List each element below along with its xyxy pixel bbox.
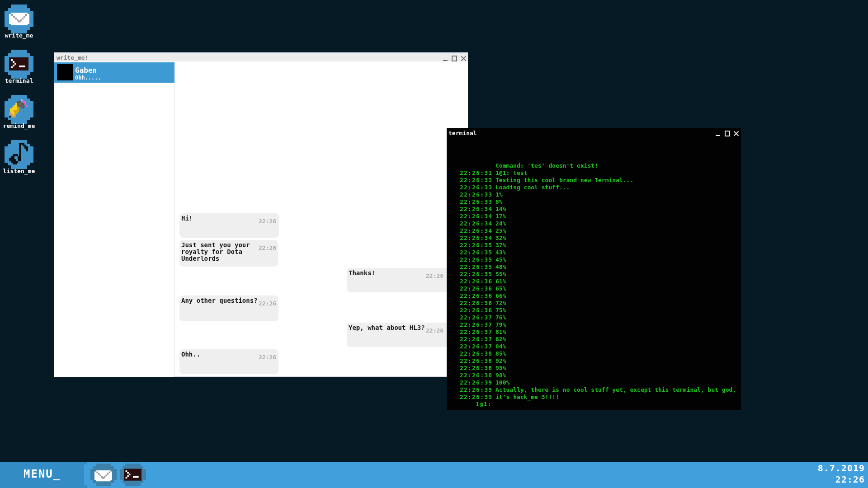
terminal-line-time: 22:26:34 (460, 213, 492, 220)
taskbar-item-terminal[interactable] (120, 464, 146, 486)
terminal-prompt-line[interactable]: 1@1: (460, 401, 737, 408)
terminal-line-text: 55% (495, 271, 506, 278)
terminal-line: 22:26:338% (460, 198, 737, 206)
chat-bubble-incoming: Any other questions?22:26 (179, 296, 278, 321)
terminal-line-text: 98% (495, 372, 506, 379)
terminal-line: 22:26:3414% (460, 206, 737, 213)
menu-button[interactable]: MENU_ (24, 469, 61, 479)
terminal-line: 22:26:3537% (460, 242, 737, 249)
terminal-icon (124, 469, 142, 481)
terminal-line-time: 22:26:34 (460, 220, 492, 227)
terminal-line-text: 76% (495, 314, 506, 321)
envelope-icon (94, 470, 112, 482)
terminal-line-time: 22:26:39 (460, 386, 492, 394)
terminal-line-time: 22:26:36 (460, 285, 492, 292)
terminal-line: 22:26:3666% (460, 292, 737, 300)
music-note-icon (5, 140, 33, 169)
chat-bubble-incoming: Hi!22:26 (179, 213, 279, 238)
terminal-line-time: 22:26:38 (460, 357, 492, 365)
terminal-line-text: 1% (495, 191, 503, 198)
maximize-icon[interactable] (452, 56, 457, 61)
message-time: 22:26 (259, 300, 276, 306)
terminal-line-time: 22:26:38 (460, 365, 492, 372)
terminal-line: 22:26:3885% (460, 350, 737, 357)
terminal-line-time: 22:26:36 (460, 307, 492, 314)
terminal-window-title: terminal (448, 130, 477, 136)
terminal-close-icon[interactable] (734, 131, 739, 136)
chat-bubble-outgoing: Yep, what about HL3?22:26 (347, 323, 461, 347)
terminal-line-time: 22:26:33 (460, 191, 492, 198)
desktop-icon-listen_me[interactable]: listen_me (5, 140, 33, 169)
terminal-line: 22:26:3784% (460, 343, 737, 350)
terminal-line: 22:26:311@1: test (460, 169, 737, 177)
terminal-line-text: Loading cool stuff... (495, 184, 570, 191)
terminal-line: 22:26:3543% (460, 249, 737, 256)
terminal-line: 22:26:3417% (460, 213, 737, 220)
terminal-line-text: 37% (495, 242, 506, 249)
message-time: 22:26 (259, 218, 276, 224)
terminal-line-time: 22:26:36 (460, 300, 492, 307)
terminal-line: 22:26:3782% (460, 336, 737, 343)
message-text: Thanks! (349, 270, 437, 277)
contact-row-gaben[interactable]: Gaben Ohh..... (54, 62, 175, 83)
message-text: Any other questions? (181, 297, 269, 304)
terminal-minimize-icon[interactable] (716, 135, 720, 136)
terminal-line-time: 22:26:33 (460, 177, 492, 184)
chat-titlebar[interactable]: write_me! (54, 52, 468, 61)
terminal-line-text: 100% (495, 379, 509, 386)
terminal-line-time: 22:26:36 (460, 278, 492, 285)
terminal-line: 22:26:3432% (460, 235, 737, 242)
terminal-line: Command: 'tes' doesn't exist! (460, 162, 737, 169)
terminal-line-time: 22:26:39 (460, 394, 492, 401)
terminal-line: 22:26:3555% (460, 271, 737, 278)
message-text: Ohh.. (181, 351, 269, 358)
terminal-line: 22:26:3779% (460, 321, 737, 328)
message-text: Yep, what about HL3? (349, 324, 437, 331)
desktop-icon-terminal[interactable]: terminal (5, 50, 33, 79)
terminal-line-text: 84% (495, 343, 506, 350)
terminal-line-text: 93% (495, 365, 506, 372)
contact-avatar (57, 64, 73, 80)
desktop-icon-remind_me[interactable]: remind_me (5, 95, 33, 124)
terminal-line-text: 81% (495, 328, 506, 336)
terminal-line-time: 22:26:33 (460, 198, 492, 206)
terminal-line-time: 22:26:35 (460, 256, 492, 263)
terminal-line-text: 8% (495, 198, 503, 206)
terminal-line-text: Testing this cool brand new Terminal... (495, 177, 633, 184)
terminal-line-text: Actually, there is no cool stuff yet, ex… (495, 386, 736, 394)
terminal-icon (9, 57, 28, 70)
minimize-icon[interactable] (443, 60, 448, 61)
terminal-maximize-icon[interactable] (725, 131, 730, 136)
envelope-icon (9, 13, 29, 25)
terminal-line-text: 43% (495, 249, 506, 256)
taskbar-time: 22:26 (818, 474, 865, 485)
taskbar-item-write-me[interactable] (90, 464, 117, 486)
terminal-line-time: 22:26:31 (460, 169, 492, 177)
contact-preview: Ohh..... (75, 75, 101, 80)
terminal-line: 22:26:3675% (460, 307, 737, 314)
chat-bubble-outgoing: Thanks!22:26 (347, 268, 461, 292)
terminal-line: 22:26:3425% (460, 227, 737, 235)
desktop-icon-write_me[interactable]: write_me (5, 5, 33, 33)
terminal-line-text: 32% (495, 235, 506, 242)
terminal-line: 22:26:3424% (460, 220, 737, 227)
terminal-line: 22:26:3781% (460, 328, 737, 336)
terminal-line: 22:26:3672% (460, 300, 737, 307)
terminal-line-time: 22:26:39 (460, 379, 492, 386)
terminal-line-text: 85% (495, 350, 506, 357)
terminal-line: 22:26:33Loading cool stuff... (460, 184, 737, 191)
terminal-line-time: 22:26:36 (460, 292, 492, 300)
contact-name: Gaben (75, 67, 97, 74)
terminal-line-text: 14% (495, 206, 506, 213)
terminal-line-time: 22:26:37 (460, 336, 492, 343)
close-icon[interactable] (461, 56, 466, 61)
terminal-line-text: 79% (495, 321, 506, 328)
terminal-line-text: 48% (495, 263, 506, 271)
terminal-line-time: 22:26:37 (460, 328, 492, 336)
terminal-line-text: 1@1: test (495, 169, 527, 177)
terminal-line-text: 66% (495, 292, 506, 300)
terminal-line: 22:26:331% (460, 191, 737, 198)
terminal-line-time: 22:26:34 (460, 227, 492, 235)
terminal-output: Command: 'tes' doesn't exist!22:26:311@1… (460, 162, 737, 408)
terminal-line: 22:26:3661% (460, 278, 737, 285)
